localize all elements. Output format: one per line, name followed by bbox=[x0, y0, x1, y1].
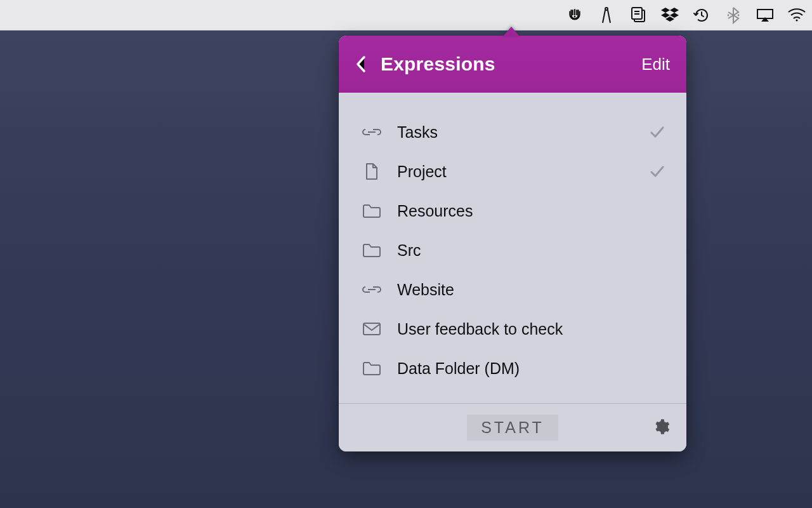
dropbox-icon[interactable] bbox=[660, 5, 680, 25]
list-item[interactable]: Resources bbox=[339, 191, 686, 231]
checkmark-icon bbox=[650, 126, 665, 138]
list-item[interactable]: Data Folder (DM) bbox=[339, 349, 686, 388]
panel: Expressions Edit Tasks bbox=[339, 36, 686, 451]
svg-rect-7 bbox=[363, 323, 380, 335]
back-button[interactable]: Expressions bbox=[355, 53, 495, 75]
item-list: Tasks Project bbox=[339, 93, 686, 403]
timemachine-icon[interactable] bbox=[691, 5, 712, 25]
popover-arrow bbox=[502, 27, 520, 37]
mail-icon bbox=[360, 320, 383, 338]
list-item[interactable]: Tasks bbox=[339, 112, 686, 152]
link-icon bbox=[360, 123, 383, 141]
file-icon bbox=[360, 163, 383, 180]
app-popover: Expressions Edit Tasks bbox=[339, 36, 686, 451]
svg-point-5 bbox=[738, 14, 740, 16]
folder-icon bbox=[360, 241, 383, 259]
bluetooth-icon[interactable] bbox=[723, 5, 743, 25]
airplay-icon[interactable] bbox=[755, 5, 775, 25]
list-item[interactable]: Website bbox=[339, 270, 686, 309]
svg-point-1 bbox=[605, 8, 608, 10]
item-label: User feedback to check bbox=[397, 320, 665, 338]
item-label: Website bbox=[397, 281, 665, 299]
macos-menubar bbox=[0, 0, 812, 30]
edit-button[interactable]: Edit bbox=[641, 55, 670, 74]
hamsa-icon[interactable] bbox=[565, 5, 585, 25]
item-label: Tasks bbox=[397, 123, 650, 142]
clipboard-icon[interactable] bbox=[628, 5, 648, 25]
item-label: Data Folder (DM) bbox=[397, 359, 665, 378]
folder-icon bbox=[360, 202, 383, 220]
panel-footer: START bbox=[339, 403, 686, 451]
compass-icon[interactable] bbox=[596, 5, 617, 25]
list-item[interactable]: User feedback to check bbox=[339, 309, 686, 349]
wifi-icon[interactable] bbox=[787, 5, 807, 25]
svg-point-0 bbox=[574, 15, 576, 17]
start-button[interactable]: START bbox=[467, 415, 558, 441]
svg-point-6 bbox=[796, 19, 797, 21]
item-label: Src bbox=[397, 241, 665, 260]
checkmark-icon bbox=[650, 165, 665, 178]
item-label: Project bbox=[397, 163, 650, 181]
item-label: Resources bbox=[397, 202, 665, 220]
panel-header: Expressions Edit bbox=[339, 36, 686, 93]
svg-point-4 bbox=[728, 14, 730, 16]
gear-icon bbox=[652, 418, 670, 436]
folder-icon bbox=[360, 359, 383, 377]
chevron-left-icon bbox=[355, 55, 367, 74]
list-item[interactable]: Src bbox=[339, 231, 686, 270]
link-icon bbox=[360, 281, 383, 298]
settings-button[interactable] bbox=[652, 418, 670, 438]
list-item[interactable]: Project bbox=[339, 152, 686, 191]
panel-title: Expressions bbox=[381, 53, 495, 75]
